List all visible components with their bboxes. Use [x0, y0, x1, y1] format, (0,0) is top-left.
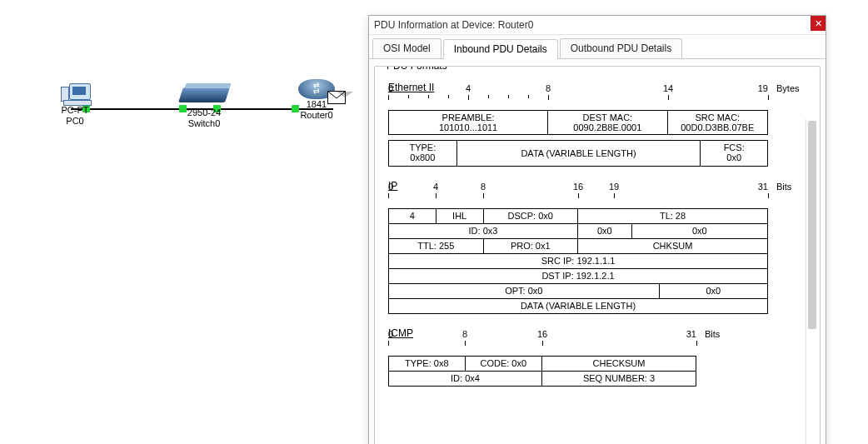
section-ip-title: IP	[388, 180, 811, 192]
tab-inbound-pdu[interactable]: Inbound PDU Details	[443, 39, 558, 59]
pc-icon	[61, 83, 89, 105]
topology-canvas[interactable]: PC-PT PC0 2950-24 Switch0 ⇄⇄ 1841 Router…	[42, 71, 367, 171]
tab-osi-model[interactable]: OSI Model	[372, 38, 441, 58]
close-button[interactable]: ✕	[811, 16, 826, 31]
window-titlebar[interactable]: PDU Information at Device: Router0 ✕	[369, 16, 826, 35]
pdu-envelope-icon[interactable]	[327, 91, 346, 104]
icmp-header: TYPE: 0x8 CODE: 0x0 CHECKSUM ID: 0x4 SEQ…	[388, 356, 696, 387]
section-ethernet-title: Ethernet II	[388, 82, 811, 93]
tab-strip: OSI Model Inbound PDU Details Outbound P…	[369, 35, 826, 59]
icmp-ruler: 0 8 16 31 Bits	[388, 341, 696, 356]
section-icmp-title: ICMP	[388, 327, 811, 339]
ip-ruler: 0 4 8 16 19 31 Bits	[388, 193, 768, 208]
pdu-formats-group: PDU Formats Ethernet II 0 4 8 14 19 Byte…	[374, 66, 821, 444]
ip-header: 4 IHL DSCP: 0x0 TL: 28 ID: 0x3 0x0 0x0 T…	[388, 208, 768, 314]
device-label: Router0	[292, 110, 342, 121]
device-label: PC0	[50, 116, 100, 127]
device-label: PC-PT	[50, 105, 100, 116]
scrollbar-thumb[interactable]	[808, 121, 816, 329]
groupbox-legend: PDU Formats	[383, 66, 451, 72]
device-label: Switch0	[171, 118, 237, 129]
device-pc[interactable]: PC-PT PC0	[50, 83, 100, 127]
window-title: PDU Information at Device: Router0	[374, 19, 533, 31]
device-switch[interactable]: 2950-24 Switch0	[171, 87, 237, 129]
switch-icon	[178, 87, 230, 102]
ethernet-ruler: 0 4 8 14 19 Bytes	[388, 95, 768, 110]
device-label: 2950-24	[171, 107, 237, 118]
pdu-info-window: PDU Information at Device: Router0 ✕ OSI…	[368, 15, 826, 444]
tab-outbound-pdu[interactable]: Outbound PDU Details	[560, 38, 682, 58]
scrollbar-vertical[interactable]	[806, 119, 818, 444]
ethernet-frame: PREAMBLE: 101010...1011 DEST MAC: 0090.2…	[388, 110, 768, 167]
device-router[interactable]: ⇄⇄ 1841 Router0	[292, 79, 342, 121]
